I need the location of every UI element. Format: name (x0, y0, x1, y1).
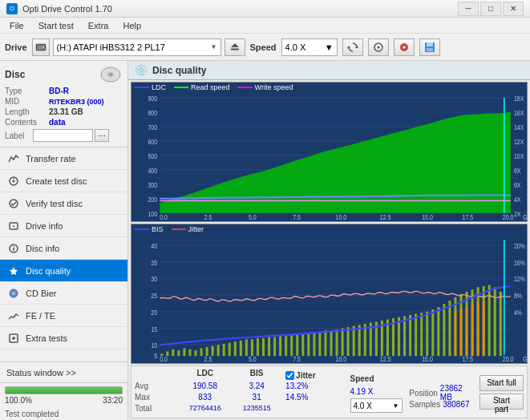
disc-label-input[interactable] (33, 129, 93, 142)
svg-rect-107 (188, 349, 191, 356)
svg-rect-166 (471, 304, 474, 356)
avg-label: Avg (135, 382, 176, 393)
samples-label: Samples (409, 400, 440, 409)
start-part-button[interactable]: Start part (479, 394, 524, 410)
ldc-legend-label: LDC (152, 83, 166, 91)
svg-point-28 (12, 292, 15, 295)
svg-text:20.0: 20.0 (503, 354, 514, 361)
status-window-button[interactable]: Status window >> (0, 362, 127, 383)
chart2-legend: BIS Jitter (131, 224, 527, 234)
menu-extra[interactable]: Extra (82, 19, 115, 32)
svg-rect-123 (279, 336, 281, 356)
svg-text:35: 35 (151, 258, 157, 267)
svg-text:GB: GB (523, 354, 527, 361)
disc-length-label: Length (5, 107, 49, 116)
save-button[interactable] (419, 38, 440, 56)
sidebar-item-verify-test-disc[interactable]: Verify test disc (0, 192, 127, 215)
menu-help[interactable]: Help (116, 19, 148, 32)
sidebar-item-create-test-disc[interactable]: Create test disc (0, 170, 127, 192)
svg-text:300: 300 (148, 180, 157, 189)
write-speed-legend-label: Write speed (255, 83, 293, 91)
drive-select-group: (H:) ATAPI iHBS312 2 PL17 ▼ (32, 38, 245, 56)
svg-rect-167 (477, 301, 479, 356)
sidebar-item-disc-info[interactable]: Disc info (0, 237, 127, 260)
total-label: Total (135, 404, 176, 415)
refresh-button[interactable] (342, 38, 363, 56)
sidebar-item-disc-quality[interactable]: Disc quality (0, 260, 127, 282)
svg-text:20%: 20% (514, 241, 525, 250)
svg-rect-149 (426, 312, 428, 356)
svg-rect-133 (336, 329, 338, 356)
title-bar: O Opti Drive Control 1.70 ─ □ ✕ (0, 0, 530, 18)
svg-text:7.5: 7.5 (293, 212, 301, 220)
read-speed-legend-item: Read speed (174, 83, 230, 91)
maximize-button[interactable]: □ (480, 2, 501, 16)
svg-text:8X: 8X (514, 166, 521, 175)
jitter-checkbox[interactable] (285, 371, 294, 380)
jitter-avg-value: 13.2% (285, 382, 345, 393)
sidebar-item-transfer-rate[interactable]: Transfer rate (0, 147, 127, 170)
svg-marker-26 (10, 267, 18, 275)
ldc-legend-item: LDC (135, 83, 166, 91)
jitter-max-value: 14.5% (285, 393, 345, 404)
close-button[interactable]: ✕ (503, 2, 524, 16)
disc-image-icon (99, 66, 123, 83)
disc-button[interactable] (368, 38, 389, 56)
disc-contents-value: data (49, 118, 66, 127)
menu-file[interactable]: File (3, 19, 30, 32)
app-title: Opti Drive Control 1.70 (22, 4, 112, 14)
svg-text:500: 500 (148, 151, 157, 160)
progress-area: 100.0% 33:20 (0, 383, 127, 408)
speed-dropdown[interactable]: 4.0 X ▼ (281, 38, 338, 56)
sidebar-item-drive-info[interactable]: Drive info (0, 215, 127, 237)
svg-text:4%: 4% (514, 308, 523, 317)
svg-rect-152 (443, 304, 445, 356)
sidebar-item-cd-bier[interactable]: CD Bier (0, 282, 127, 305)
disc-length-row: Length 23.31 GB (5, 107, 123, 116)
disc-section: Disc Type BD-R MID RITEKBR3 (000) Length… (0, 61, 127, 147)
samples-value: 380867 (443, 400, 469, 409)
bis-legend-color (135, 228, 149, 230)
svg-point-18 (13, 180, 15, 182)
speed-stat-dropdown-arrow-icon: ▼ (393, 402, 399, 410)
svg-text:GB: GB (523, 212, 527, 220)
sidebar-item-extra-tests[interactable]: Extra tests (0, 327, 127, 349)
svg-point-8 (377, 46, 379, 48)
menu-start-test[interactable]: Start test (32, 19, 80, 32)
svg-text:10.0: 10.0 (336, 212, 347, 220)
svg-rect-12 (427, 42, 433, 46)
svg-rect-13 (427, 48, 433, 51)
eject-button[interactable] (225, 38, 245, 56)
svg-text:12%: 12% (514, 274, 525, 283)
disc-label-button[interactable]: ⋯ (95, 129, 109, 142)
verify-test-disc-icon (6, 196, 21, 211)
write-speed-legend-item: Write speed (238, 83, 293, 91)
disc-quality-header-icon: 💿 (135, 64, 148, 76)
speed-stat-dropdown[interactable]: 4.0 X ▼ (350, 398, 403, 413)
read-speed-legend-color (174, 87, 188, 88)
progress-time: 33:20 (103, 396, 123, 405)
start-full-button[interactable]: Start full (479, 375, 524, 391)
speed-dropdown-value: 4.0 X (285, 42, 306, 52)
disc-type-value: BD-R (49, 87, 69, 95)
drive-dropdown[interactable]: (H:) ATAPI iHBS312 2 PL17 ▼ (53, 38, 221, 56)
drive-icon-btn[interactable] (32, 38, 50, 56)
svg-text:2X: 2X (514, 209, 521, 218)
svg-text:8%: 8% (514, 291, 523, 300)
status-window-label: Status window >> (6, 368, 76, 378)
ldc-total-value: 72764416 (179, 404, 231, 415)
burn-button[interactable] (394, 38, 415, 56)
speed-stat-dropdown-value: 4.0 X (354, 402, 372, 410)
svg-text:400: 400 (148, 166, 157, 175)
svg-text:600: 600 (148, 137, 157, 146)
sidebar-item-fe-te[interactable]: FE / TE (0, 305, 127, 327)
sidebar: Disc Type BD-R MID RITEKBR3 (000) Length… (0, 61, 128, 420)
minimize-button[interactable]: ─ (458, 2, 479, 16)
svg-text:10X: 10X (514, 151, 524, 160)
svg-rect-121 (268, 337, 270, 357)
toolbar: Drive (H:) ATAPI iHBS312 2 PL17 ▼ Speed … (0, 34, 530, 61)
svg-rect-129 (313, 333, 315, 356)
max-label: Max (135, 393, 176, 404)
svg-rect-122 (273, 337, 276, 357)
position-col: Position 23862 MB Samples 380867 (409, 374, 476, 410)
